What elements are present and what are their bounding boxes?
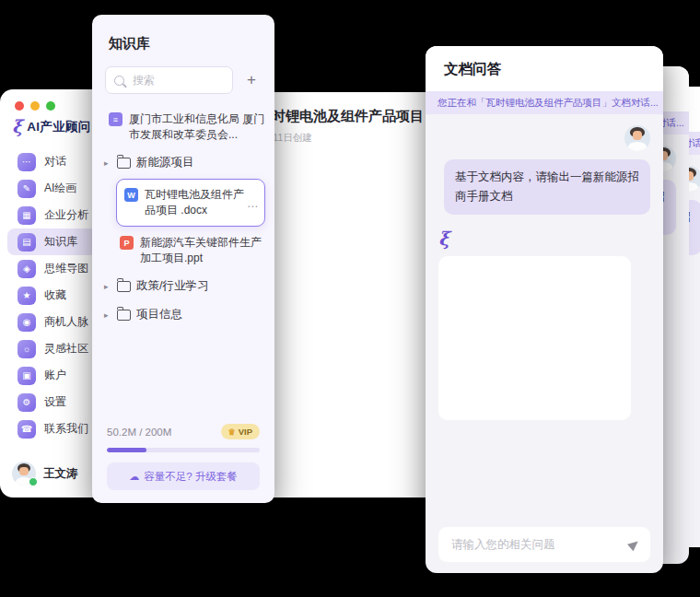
storage-usage: 50.2M / 200M — [107, 427, 171, 438]
star-icon: ★ — [18, 287, 36, 305]
add-file-button[interactable]: + — [239, 68, 263, 92]
paint-icon: ✎ — [18, 180, 36, 198]
sidebar-nav-item[interactable]: ◈ 思维导图 — [7, 255, 103, 282]
sidebar-nav-item[interactable]: ☼ 灵感社区 — [7, 335, 103, 362]
network-icon: ◉ — [18, 313, 36, 332]
brand-glyph-icon: ξ — [12, 118, 22, 135]
user-name: 王文涛 — [43, 466, 78, 482]
ai-message-line — [450, 277, 619, 287]
question-input-box[interactable] — [438, 527, 650, 562]
gear-icon: ⚙ — [18, 393, 36, 412]
ai-avatar-icon: ξ — [438, 229, 650, 248]
sidebar-nav-item[interactable]: ★ 收藏 — [7, 282, 103, 309]
nav-item-label: 账户 — [44, 368, 66, 383]
ai-message-line — [450, 358, 619, 369]
sidebar-nav-item[interactable]: ▦ 企业分析 — [7, 202, 103, 228]
ai-message-line — [450, 389, 619, 399]
ppt-file-icon: P — [120, 236, 134, 250]
ai-message-line — [450, 318, 619, 328]
ai-message-line — [450, 287, 619, 298]
screenshot-canvas: ξ AI产业顾问 ⋯ 对话 ✎ AI绘画 ▦ 企业分析 ▤ 知识库 ◈ — [0, 0, 700, 597]
sidebar-nav-item[interactable]: ✎ AI绘画 — [7, 175, 103, 202]
sidebar-nav-item[interactable]: ▣ 账户 — [7, 362, 103, 389]
ai-message-line — [450, 338, 619, 348]
file-item-selected-docx[interactable]: W 瓦时锂电池及组件产品项目 .docx ⋯ — [116, 179, 265, 227]
ai-message-line — [450, 348, 619, 358]
sidebar-nav-item[interactable]: ⚙ 设置 — [7, 389, 103, 416]
ai-message-line — [450, 308, 619, 318]
file-item-ppt[interactable]: P 新能源汽车关键部件生产加工项目.ppt — [92, 229, 274, 272]
app-logo-text: AI产业顾问 — [27, 119, 90, 135]
ai-message-bubble — [438, 256, 631, 420]
knowledge-panel: 知识库 + ≡ 厦门市工业和信息化局 厦门市发展和改革委员会... ▸ 新能源项… — [92, 15, 274, 503]
upgrade-plan-button[interactable]: ☁ 容量不足? 升级套餐 — [107, 462, 260, 490]
search-box[interactable] — [105, 66, 233, 94]
folder-icon — [117, 158, 131, 169]
user-message: 基于文档内容，请输出一篇新能源招商手册文档 — [438, 125, 650, 215]
file-item-gov-doc[interactable]: ≡ 厦门市工业和信息化局 厦门市发展和改革委员会... — [92, 106, 274, 148]
chevron-right-icon: ▸ — [104, 158, 111, 168]
doc-file-icon: ≡ — [109, 112, 122, 126]
folder-new-energy[interactable]: ▸ 新能源项目 — [92, 148, 274, 177]
nav-item-label: 联系我们 — [44, 421, 88, 437]
nav-item-label: 对话 — [44, 154, 66, 170]
knowledge-panel-title: 知识库 — [109, 35, 274, 53]
nav-item-label: 企业分析 — [44, 207, 88, 223]
ai-message-line — [450, 369, 619, 379]
nav-item-label: 思维导图 — [44, 261, 88, 276]
sidebar-nav-item[interactable]: ⋯ 对话 — [7, 148, 103, 175]
nav-item-label: 商机人脉 — [44, 314, 88, 330]
window-controls — [15, 101, 55, 111]
sidebar-nav-item[interactable]: ▤ 知识库 — [7, 228, 103, 255]
chat-icon: ⋯ — [18, 153, 36, 171]
ai-message-line — [450, 399, 619, 409]
analysis-icon: ▦ — [18, 206, 36, 225]
word-file-icon: W — [124, 188, 138, 202]
qa-panel-title: 文档问答 — [426, 46, 663, 91]
user-avatar — [12, 462, 36, 486]
folder-project-info[interactable]: ▸ 项目信息 — [92, 300, 274, 329]
send-icon[interactable] — [627, 538, 641, 552]
phone-icon: ☎ — [18, 420, 36, 439]
minimize-window-icon[interactable] — [30, 101, 40, 111]
ai-message-line — [450, 267, 619, 277]
user-avatar — [624, 125, 650, 151]
nav-item-label: 灵感社区 — [44, 341, 88, 357]
account-icon: ▣ — [18, 367, 36, 385]
inspiration-icon: ☼ — [18, 340, 36, 358]
nav-item-label: 知识库 — [44, 234, 77, 250]
chevron-right-icon: ▸ — [104, 310, 111, 320]
vip-badge: ♛ VIP — [221, 424, 260, 439]
sidebar-nav: ⋯ 对话 ✎ AI绘画 ▦ 企业分析 ▤ 知识库 ◈ 思维导图 ★ 收藏 — [7, 148, 103, 442]
sidebar-nav-item[interactable]: ☎ 联系我们 — [7, 416, 103, 442]
maximize-window-icon[interactable] — [46, 101, 55, 111]
ai-message-line — [450, 328, 619, 338]
mindmap-icon: ◈ — [18, 260, 36, 278]
nav-item-label: AI绘画 — [44, 181, 76, 196]
file-list: ≡ 厦门市工业和信息化局 厦门市发展和改革委员会... ▸ 新能源项目 W 瓦时… — [92, 106, 274, 329]
crown-icon: ♛ — [228, 427, 236, 437]
qa-context-notice: 您正在和「瓦时锂电池及组件产品项目」文档对话... — [426, 91, 663, 114]
user-message-bubble: 基于文档内容，请输出一篇新能源招商手册文档 — [444, 159, 650, 215]
search-input[interactable] — [131, 73, 224, 88]
ai-message-line — [450, 298, 619, 308]
search-icon — [114, 76, 124, 86]
online-status-dot — [29, 477, 38, 486]
folder-icon — [117, 310, 131, 321]
ai-message-line — [450, 379, 619, 389]
more-options-icon[interactable]: ⋯ — [247, 201, 258, 212]
nav-item-label: 收藏 — [44, 287, 66, 303]
storage-progress-fill — [107, 448, 146, 452]
folder-policy[interactable]: ▸ 政策/行业学习 — [92, 272, 274, 300]
knowledge-icon: ▤ — [18, 233, 36, 252]
qa-panel: 文档问答 您正在和「瓦时锂电池及组件产品项目」文档对话... 基于文档内容，请输… — [426, 46, 663, 573]
sidebar-nav-item[interactable]: ◉ 商机人脉 — [7, 309, 103, 335]
cloud-icon: ☁ — [129, 471, 139, 483]
chevron-right-icon: ▸ — [104, 282, 111, 291]
nav-item-label: 设置 — [44, 394, 66, 410]
chat-area: 基于文档内容，请输出一篇新能源招商手册文档 ξ — [426, 114, 663, 573]
question-input[interactable] — [449, 537, 629, 552]
close-window-icon[interactable] — [15, 101, 24, 111]
folder-icon — [117, 281, 131, 292]
user-profile[interactable]: 王文涛 — [12, 462, 78, 486]
